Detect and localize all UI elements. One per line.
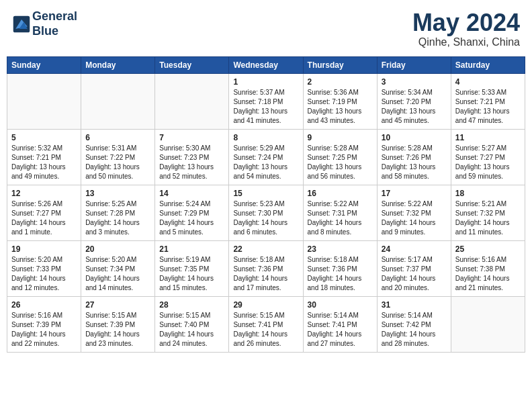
- day-number: 22: [233, 244, 298, 254]
- day-number: 6: [85, 133, 150, 142]
- logo: General Blue: [12, 9, 77, 38]
- calendar-cell: 16Sunrise: 5:22 AMSunset: 7:31 PMDayligh…: [303, 185, 377, 240]
- weekday-header: Tuesday: [155, 56, 229, 73]
- cell-text: Sunrise: 5:24 AMSunset: 7:29 PMDaylight:…: [159, 199, 224, 237]
- calendar-cell: 21Sunrise: 5:19 AMSunset: 7:35 PMDayligh…: [155, 240, 229, 296]
- calendar-cell: 7Sunrise: 5:30 AMSunset: 7:23 PMDaylight…: [155, 129, 229, 185]
- cell-text: Sunrise: 5:20 AMSunset: 7:33 PMDaylight:…: [11, 255, 77, 293]
- calendar-cell: [7, 73, 81, 129]
- cell-text: Sunrise: 5:27 AMSunset: 7:27 PMDaylight:…: [455, 144, 521, 181]
- calendar-cell: 25Sunrise: 5:16 AMSunset: 7:38 PMDayligh…: [451, 240, 525, 296]
- day-number: 21: [159, 244, 224, 254]
- day-number: 3: [382, 77, 447, 87]
- calendar-cell: 23Sunrise: 5:18 AMSunset: 7:36 PMDayligh…: [303, 240, 377, 296]
- cell-text: Sunrise: 5:33 AMSunset: 7:21 PMDaylight:…: [455, 88, 521, 126]
- calendar-cell: 1Sunrise: 5:37 AMSunset: 7:18 PMDaylight…: [229, 73, 303, 129]
- cell-text: Sunrise: 5:26 AMSunset: 7:27 PMDaylight:…: [11, 199, 77, 237]
- day-number: 14: [159, 189, 224, 198]
- cell-text: Sunrise: 5:15 AMSunset: 7:41 PMDaylight:…: [233, 311, 298, 349]
- cell-text: Sunrise: 5:15 AMSunset: 7:39 PMDaylight:…: [85, 311, 150, 349]
- cell-text: Sunrise: 5:32 AMSunset: 7:21 PMDaylight:…: [11, 144, 77, 181]
- weekday-header: Wednesday: [229, 56, 303, 73]
- calendar-cell: 29Sunrise: 5:15 AMSunset: 7:41 PMDayligh…: [229, 296, 303, 352]
- day-number: 27: [85, 300, 150, 310]
- cell-text: Sunrise: 5:18 AMSunset: 7:36 PMDaylight:…: [308, 255, 373, 293]
- day-number: 11: [455, 133, 521, 142]
- day-number: 29: [233, 300, 298, 310]
- weekday-header: Saturday: [451, 56, 525, 73]
- calendar-cell: [155, 73, 229, 129]
- calendar-cell: 2Sunrise: 5:36 AMSunset: 7:19 PMDaylight…: [303, 73, 377, 129]
- calendar-week-row: 1Sunrise: 5:37 AMSunset: 7:18 PMDaylight…: [7, 73, 525, 129]
- calendar-cell: 5Sunrise: 5:32 AMSunset: 7:21 PMDaylight…: [7, 129, 81, 185]
- calendar-cell: 3Sunrise: 5:34 AMSunset: 7:20 PMDaylight…: [377, 73, 451, 129]
- cell-text: Sunrise: 5:30 AMSunset: 7:23 PMDaylight:…: [159, 144, 224, 181]
- cell-text: Sunrise: 5:28 AMSunset: 7:26 PMDaylight:…: [382, 144, 447, 181]
- calendar-cell: 28Sunrise: 5:15 AMSunset: 7:40 PMDayligh…: [155, 296, 229, 352]
- calendar-cell: 10Sunrise: 5:28 AMSunset: 7:26 PMDayligh…: [377, 129, 451, 185]
- day-number: 1: [233, 77, 298, 87]
- day-number: 2: [308, 77, 373, 87]
- title-area: May 2024 Qinhe, Shanxi, China: [412, 9, 520, 48]
- calendar-cell: 31Sunrise: 5:14 AMSunset: 7:42 PMDayligh…: [377, 296, 451, 352]
- day-number: 15: [233, 189, 298, 198]
- day-number: 20: [85, 244, 150, 254]
- cell-text: Sunrise: 5:29 AMSunset: 7:24 PMDaylight:…: [233, 144, 298, 181]
- cell-text: Sunrise: 5:16 AMSunset: 7:38 PMDaylight:…: [455, 255, 521, 293]
- cell-text: Sunrise: 5:21 AMSunset: 7:32 PMDaylight:…: [455, 199, 521, 237]
- cell-text: Sunrise: 5:15 AMSunset: 7:40 PMDaylight:…: [159, 311, 224, 349]
- calendar-cell: 4Sunrise: 5:33 AMSunset: 7:21 PMDaylight…: [451, 73, 525, 129]
- cell-text: Sunrise: 5:36 AMSunset: 7:19 PMDaylight:…: [308, 88, 373, 126]
- cell-text: Sunrise: 5:17 AMSunset: 7:37 PMDaylight:…: [382, 255, 447, 293]
- logo-icon: [12, 15, 31, 34]
- location: Qinhe, Shanxi, China: [412, 36, 520, 48]
- day-number: 25: [455, 244, 521, 254]
- calendar-cell: 6Sunrise: 5:31 AMSunset: 7:22 PMDaylight…: [81, 129, 155, 185]
- cell-text: Sunrise: 5:19 AMSunset: 7:35 PMDaylight:…: [159, 255, 224, 293]
- cell-text: Sunrise: 5:25 AMSunset: 7:28 PMDaylight:…: [85, 199, 150, 237]
- day-number: 10: [382, 133, 447, 142]
- calendar-cell: 27Sunrise: 5:15 AMSunset: 7:39 PMDayligh…: [81, 296, 155, 352]
- cell-text: Sunrise: 5:34 AMSunset: 7:20 PMDaylight:…: [382, 88, 447, 126]
- cell-text: Sunrise: 5:18 AMSunset: 7:36 PMDaylight:…: [233, 255, 298, 293]
- day-number: 24: [382, 244, 447, 254]
- calendar-cell: 24Sunrise: 5:17 AMSunset: 7:37 PMDayligh…: [377, 240, 451, 296]
- day-number: 31: [382, 300, 447, 310]
- weekday-header: Sunday: [7, 56, 81, 73]
- calendar-cell: 11Sunrise: 5:27 AMSunset: 7:27 PMDayligh…: [451, 129, 525, 185]
- day-number: 4: [455, 77, 521, 87]
- cell-text: Sunrise: 5:22 AMSunset: 7:32 PMDaylight:…: [382, 199, 447, 237]
- logo-line1: General: [32, 9, 77, 24]
- day-number: 18: [455, 189, 521, 198]
- calendar-week-row: 5Sunrise: 5:32 AMSunset: 7:21 PMDaylight…: [7, 129, 525, 185]
- calendar-cell: 26Sunrise: 5:16 AMSunset: 7:39 PMDayligh…: [7, 296, 81, 352]
- calendar-cell: 18Sunrise: 5:21 AMSunset: 7:32 PMDayligh…: [451, 185, 525, 240]
- day-number: 16: [308, 189, 373, 198]
- calendar-week-row: 19Sunrise: 5:20 AMSunset: 7:33 PMDayligh…: [7, 240, 525, 296]
- cell-text: Sunrise: 5:37 AMSunset: 7:18 PMDaylight:…: [233, 88, 298, 126]
- cell-text: Sunrise: 5:31 AMSunset: 7:22 PMDaylight:…: [85, 144, 150, 181]
- calendar-cell: [451, 296, 525, 352]
- calendar-cell: 20Sunrise: 5:20 AMSunset: 7:34 PMDayligh…: [81, 240, 155, 296]
- day-number: 8: [233, 133, 298, 142]
- calendar-cell: 9Sunrise: 5:28 AMSunset: 7:25 PMDaylight…: [303, 129, 377, 185]
- calendar-cell: 12Sunrise: 5:26 AMSunset: 7:27 PMDayligh…: [7, 185, 81, 240]
- day-number: 7: [159, 133, 224, 142]
- day-number: 17: [382, 189, 447, 198]
- weekday-header: Thursday: [303, 56, 377, 73]
- day-number: 30: [308, 300, 373, 310]
- cell-text: Sunrise: 5:23 AMSunset: 7:30 PMDaylight:…: [233, 199, 298, 237]
- calendar-cell: 30Sunrise: 5:14 AMSunset: 7:41 PMDayligh…: [303, 296, 377, 352]
- calendar-table: SundayMondayTuesdayWednesdayThursdayFrid…: [7, 56, 525, 353]
- calendar-week-row: 26Sunrise: 5:16 AMSunset: 7:39 PMDayligh…: [7, 296, 525, 352]
- day-number: 5: [11, 133, 77, 142]
- day-number: 26: [11, 300, 77, 310]
- calendar-cell: 17Sunrise: 5:22 AMSunset: 7:32 PMDayligh…: [377, 185, 451, 240]
- cell-text: Sunrise: 5:28 AMSunset: 7:25 PMDaylight:…: [308, 144, 373, 181]
- day-number: 9: [308, 133, 373, 142]
- weekday-header-row: SundayMondayTuesdayWednesdayThursdayFrid…: [7, 56, 525, 73]
- month-title: May 2024: [412, 9, 520, 36]
- day-number: 13: [85, 189, 150, 198]
- day-number: 28: [159, 300, 224, 310]
- logo-line2: Blue: [32, 24, 77, 39]
